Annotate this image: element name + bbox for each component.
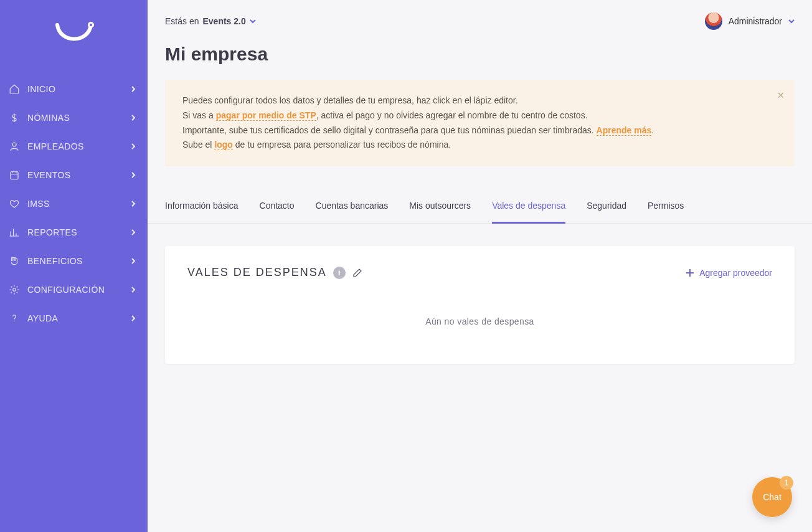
learn-more-link[interactable]: Aprende más xyxy=(597,125,652,136)
edit-icon[interactable] xyxy=(352,267,363,278)
tab-permisos[interactable]: Permisos xyxy=(648,192,684,224)
chat-button[interactable]: Chat 1 xyxy=(752,477,792,517)
sidebar-item-label: EMPLEADOS xyxy=(27,141,84,151)
tab-cuentas-bancarias[interactable]: Cuentas bancarias xyxy=(316,192,389,224)
stp-link[interactable]: pagar por medio de STP xyxy=(216,110,316,121)
home-icon xyxy=(9,83,20,95)
smile-logo-icon xyxy=(52,19,96,50)
logo-link[interactable]: logo xyxy=(214,140,233,150)
chevron-right-icon xyxy=(130,229,136,235)
workspace-selector[interactable]: Estás en Events 2.0 xyxy=(165,16,256,26)
sidebar-item-configuracion[interactable]: CONFIGURACIÓN xyxy=(0,275,148,304)
sidebar-item-label: CONFIGURACIÓN xyxy=(27,285,105,295)
add-provider-button[interactable]: Agregar proveedor xyxy=(686,268,772,278)
svg-rect-3 xyxy=(11,172,18,179)
chevron-down-icon xyxy=(788,18,795,24)
tab-contacto[interactable]: Contacto xyxy=(260,192,295,224)
sidebar-item-label: IMSS xyxy=(27,199,50,209)
sidebar-item-label: BENEFICIOS xyxy=(27,256,83,266)
workspace-name: Events 2.0 xyxy=(202,16,245,26)
chat-label: Chat xyxy=(763,492,781,502)
chevron-right-icon xyxy=(130,143,136,150)
info-alert: ✕ Puedes configurar todos los datos y de… xyxy=(165,80,795,166)
alert-line-1: Puedes configurar todos los datos y deta… xyxy=(182,93,777,108)
user-icon xyxy=(9,141,20,152)
chevron-right-icon xyxy=(130,201,136,207)
svg-point-1 xyxy=(90,24,92,26)
alert-line-3: Importante, sube tus certificados de sel… xyxy=(182,123,777,138)
header: Estás en Events 2.0 Administrador xyxy=(148,0,812,37)
tab-vales-de-despensa[interactable]: Vales de despensa xyxy=(492,192,565,224)
add-provider-label: Agregar proveedor xyxy=(699,268,772,278)
chevron-right-icon xyxy=(130,315,136,321)
chat-badge: 1 xyxy=(780,476,793,490)
calendar-icon xyxy=(9,169,20,181)
sidebar-item-beneficios[interactable]: BENEFICIOS xyxy=(0,247,148,275)
tabs: Información básica Contacto Cuentas banc… xyxy=(148,191,812,224)
close-icon[interactable]: ✕ xyxy=(777,88,785,103)
chevron-right-icon xyxy=(130,258,136,264)
sidebar: INICIO NÓMINAS EMPLEADOS xyxy=(0,0,148,532)
sidebar-item-ayuda[interactable]: AYUDA xyxy=(0,304,148,333)
sidebar-item-label: INICIO xyxy=(27,84,55,94)
sidebar-item-imss[interactable]: IMSS xyxy=(0,189,148,218)
workspace-prefix: Estás en xyxy=(165,16,199,26)
chevron-right-icon xyxy=(130,86,136,92)
sidebar-item-empleados[interactable]: EMPLEADOS xyxy=(0,132,148,161)
empty-state: Aún no vales de despensa xyxy=(187,316,772,326)
tab-mis-outsourcers[interactable]: Mis outsourcers xyxy=(409,192,471,224)
sidebar-item-eventos[interactable]: EVENTOS xyxy=(0,161,148,189)
sidebar-item-label: NÓMINAS xyxy=(27,113,70,123)
avatar xyxy=(705,12,722,30)
sidebar-item-label: REPORTES xyxy=(27,227,77,237)
hand-icon xyxy=(9,255,20,267)
chevron-down-icon xyxy=(250,18,256,24)
info-icon[interactable]: i xyxy=(333,267,346,279)
nav: INICIO NÓMINAS EMPLEADOS xyxy=(0,75,148,333)
page-title: Mi empresa xyxy=(148,37,812,80)
card-head: VALES DE DESPENSA i Agregar proveedor xyxy=(187,266,772,279)
sidebar-item-inicio[interactable]: INICIO xyxy=(0,75,148,103)
plus-icon xyxy=(686,268,694,277)
main: Estás en Events 2.0 Administrador Mi emp… xyxy=(148,0,812,532)
sidebar-item-label: AYUDA xyxy=(27,313,58,323)
tab-seguridad[interactable]: Seguridad xyxy=(587,192,626,224)
sidebar-item-label: EVENTOS xyxy=(27,170,70,180)
alert-line-2: Si vas a pagar por medio de STP, activa … xyxy=(182,108,777,123)
user-menu[interactable]: Administrador xyxy=(705,12,795,30)
dollar-icon xyxy=(9,112,20,123)
chevron-right-icon xyxy=(130,287,136,293)
logo xyxy=(0,19,148,50)
svg-point-2 xyxy=(12,143,16,146)
tab-informacion-basica[interactable]: Información básica xyxy=(165,192,238,224)
sidebar-item-nominas[interactable]: NÓMINAS xyxy=(0,103,148,132)
gear-icon xyxy=(9,284,20,295)
card-title: VALES DE DESPENSA xyxy=(187,266,327,279)
chevron-right-icon xyxy=(130,115,136,121)
heart-icon xyxy=(9,198,20,209)
card-title-group: VALES DE DESPENSA i xyxy=(187,266,363,279)
chevron-right-icon xyxy=(130,172,136,178)
alert-line-4: Sube el logo de tu empresa para personal… xyxy=(182,138,777,153)
help-icon xyxy=(9,313,20,324)
svg-point-4 xyxy=(13,288,16,292)
bar-chart-icon xyxy=(9,227,20,238)
vales-card: VALES DE DESPENSA i Agregar proveedor Aú… xyxy=(165,246,795,364)
user-role: Administrador xyxy=(729,16,782,26)
sidebar-item-reportes[interactable]: REPORTES xyxy=(0,218,148,247)
